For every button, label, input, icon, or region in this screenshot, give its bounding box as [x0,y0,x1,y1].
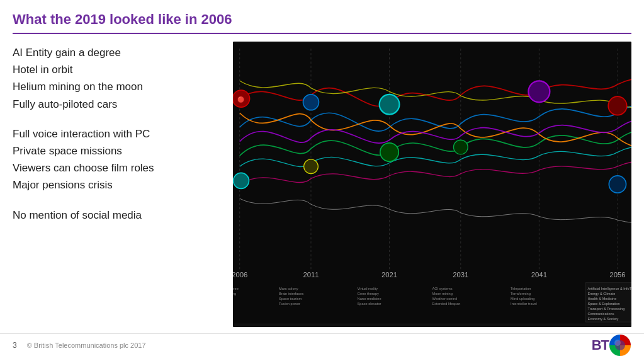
list-item: AI Entity gain a degree [13,44,220,61]
svg-text:Moon mining: Moon mining [432,292,453,296]
list-item: Hotel in orbit [13,61,220,78]
svg-point-58 [614,340,621,346]
header: What the 2019 looked like in 2006 [0,0,644,33]
svg-text:Nano-medicine: Nano-medicine [358,297,381,301]
svg-text:Brain interfaces: Brain interfaces [279,292,303,296]
text-group-1: AI Entity gain a degree Hotel in orbit H… [13,44,220,113]
bt-logo: BT [592,334,631,357]
timeline-chart: 🔴 2006 2011 [233,42,631,327]
svg-point-9 [303,95,319,110]
text-column: AI Entity gain a degree Hotel in orbit H… [13,42,220,327]
svg-point-16 [304,159,319,174]
svg-point-13 [608,96,626,115]
main-content: AI Entity gain a degree Hotel in orbit H… [0,34,644,333]
page-title: What the 2019 looked like in 2006 [13,11,631,28]
svg-text:Transport & Processing: Transport & Processing [587,307,624,311]
svg-text:Quantum computing: Quantum computing [233,292,236,296]
svg-text:Communications: Communications [587,312,614,316]
svg-text:Fusion power: Fusion power [279,302,300,306]
copyright-text: © British Telecommunications plc 2017 [27,342,146,349]
text-group-3: No mention of social media [13,207,220,224]
svg-point-12 [528,81,550,102]
svg-text:Mind uploading: Mind uploading [511,297,534,301]
slide: What the 2019 looked like in 2006 AI Ent… [0,0,644,356]
svg-text:Energy & Climate: Energy & Climate [587,292,615,296]
text-group-2: Full voice interaction with PC Private s… [13,125,220,194]
svg-text:2056: 2056 [609,271,625,278]
svg-text:Gene therapy: Gene therapy [358,292,379,296]
list-item: Fully auto-piloted cars [13,96,220,113]
svg-point-18 [609,176,626,193]
svg-text:Health & Medicine: Health & Medicine [587,297,616,301]
svg-text:Space elevator: Space elevator [358,302,381,306]
footer: 3 © British Telecommunications plc 2017 … [0,333,644,356]
svg-text:Teleportation: Teleportation [511,287,531,290]
svg-point-15 [234,173,249,188]
svg-text:AGI systems: AGI systems [432,287,453,290]
svg-rect-0 [233,42,631,327]
svg-text:2006: 2006 [233,271,247,278]
svg-text:2021: 2021 [381,271,397,278]
svg-text:Economy & Society: Economy & Society [587,317,618,321]
list-item: Full voice interaction with PC [13,125,220,142]
svg-rect-53 [233,323,631,327]
svg-text:🔴: 🔴 [237,96,245,103]
svg-text:Terraforming: Terraforming [511,292,531,296]
svg-text:Virtual reality: Virtual reality [358,287,378,290]
page-number: 3 [13,341,17,350]
svg-text:Artificial Intelligence & Info: Artificial Intelligence & InfoTech - AI [587,287,631,290]
svg-text:Interstellar travel: Interstellar travel [511,302,537,306]
list-item: Major pensions crisis [13,176,220,193]
list-item: Viewers can choose film roles [13,159,220,176]
svg-text:Mars colony: Mars colony [279,287,298,290]
svg-point-11 [380,143,398,161]
svg-text:AI entity gains degree: AI entity gains degree [233,287,239,290]
list-item: Helium mining on the moon [13,78,220,95]
svg-point-17 [453,140,468,154]
list-item: No mention of social media [13,207,220,224]
svg-text:Extended lifespan: Extended lifespan [432,302,461,306]
svg-text:2011: 2011 [303,271,319,278]
svg-point-10 [380,95,400,115]
svg-text:2031: 2031 [453,271,468,278]
bt-logo-text: BT [592,337,609,353]
list-item: Private space missions [13,142,220,159]
svg-text:2041: 2041 [531,271,547,278]
svg-text:Space tourism: Space tourism [279,297,302,301]
svg-text:Weather control: Weather control [432,297,458,301]
svg-text:Space & Exploration: Space & Exploration [587,302,619,306]
bt-logo-icon [609,334,631,357]
